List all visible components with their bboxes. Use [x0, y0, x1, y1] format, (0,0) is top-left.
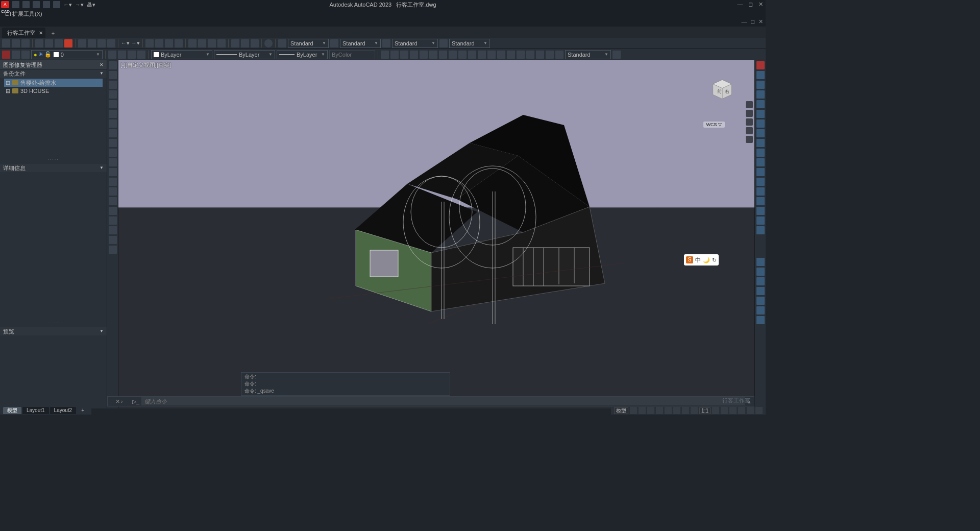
tab-layout1[interactable]: Layout1 — [22, 407, 49, 414]
layer5-icon[interactable] — [756, 297, 765, 305]
cycle-icon[interactable] — [721, 407, 728, 414]
gear-icon[interactable] — [712, 407, 719, 414]
polyline-icon[interactable] — [109, 81, 117, 89]
ellipse-icon[interactable] — [109, 149, 117, 157]
command-input[interactable] — [141, 397, 745, 405]
open-icon[interactable] — [12, 39, 20, 47]
color-combo[interactable]: ByLayer▼ — [151, 50, 212, 59]
save-icon[interactable] — [33, 1, 40, 8]
dim-aligned-icon[interactable] — [390, 51, 399, 59]
mlstyle-icon[interactable] — [439, 39, 448, 47]
erase-icon[interactable] — [756, 61, 765, 69]
dimstyle-mgr-icon[interactable] — [612, 51, 621, 59]
dimupdate-icon[interactable] — [555, 51, 564, 59]
dimtedit-icon[interactable] — [546, 51, 554, 59]
close-icon[interactable]: ✕ — [115, 398, 120, 405]
layer-match-icon[interactable] — [118, 51, 126, 59]
xline-icon[interactable] — [109, 71, 117, 79]
model-space-button[interactable]: 模型 — [614, 407, 628, 414]
spline-icon[interactable] — [109, 139, 117, 147]
stretch-icon[interactable] — [756, 139, 765, 147]
tablestyle-combo[interactable]: Standard▼ — [392, 39, 438, 48]
anno-icon[interactable] — [691, 407, 698, 414]
publish-icon[interactable] — [55, 39, 63, 47]
dcenter-icon[interactable] — [198, 39, 206, 47]
lineweight-combo[interactable]: ByLayer▼ — [277, 50, 328, 59]
tablestyle-icon[interactable] — [382, 39, 390, 47]
section-details[interactable]: 详细信息▼ — [0, 164, 107, 172]
dim-baseline-icon[interactable] — [458, 51, 467, 59]
linetype-combo[interactable]: ByLayer▼ — [214, 50, 275, 59]
dim-space-icon[interactable] — [478, 51, 486, 59]
rectangle-icon[interactable] — [109, 100, 117, 108]
preview-icon[interactable] — [45, 39, 53, 47]
otrack-icon[interactable] — [682, 407, 689, 414]
zoom-win-icon[interactable] — [165, 39, 173, 47]
undo-icon[interactable]: ←▾ — [121, 40, 130, 46]
layer7-icon[interactable] — [756, 316, 765, 324]
3dosnap-icon[interactable] — [673, 407, 680, 414]
make-current-icon[interactable] — [108, 51, 116, 59]
menu-et-tools[interactable]: ET扩展工具(X) — [3, 10, 44, 18]
tree-node-selected[interactable]: ⊞售楼处-给排水 — [4, 79, 103, 87]
textstyle-combo[interactable]: Standard▼ — [288, 39, 329, 48]
save-icon[interactable] — [21, 39, 30, 47]
polar-icon[interactable] — [656, 407, 663, 414]
maximize-button[interactable]: ◻ — [746, 1, 754, 8]
fillet-icon[interactable] — [756, 207, 765, 215]
dimstyle-combo[interactable]: Standard▼ — [340, 39, 381, 48]
grid-icon[interactable] — [630, 407, 637, 414]
ime-indicator[interactable]: S 中 🌙 ↻ — [684, 254, 719, 266]
help-icon[interactable] — [264, 39, 273, 47]
dim-diameter-icon[interactable] — [429, 51, 437, 59]
ime-sync-icon[interactable]: ↻ — [712, 257, 717, 263]
extend-icon[interactable] — [756, 158, 765, 166]
arc-icon[interactable] — [109, 110, 117, 118]
ime-mode-icon[interactable]: 🌙 — [703, 257, 710, 263]
zoom-rt-icon[interactable] — [155, 39, 163, 47]
dimstyle-combo2[interactable]: Standard▼ — [565, 50, 611, 59]
paste-icon[interactable] — [97, 39, 106, 47]
minimize-button[interactable]: — — [736, 1, 744, 8]
showhide-icon[interactable] — [746, 136, 753, 143]
sheetset-icon[interactable] — [217, 39, 226, 47]
layer2-icon[interactable] — [756, 268, 765, 276]
explode-icon[interactable] — [756, 226, 765, 234]
zoom-prev-icon[interactable] — [175, 39, 183, 47]
mlstyle-combo[interactable]: Standard▼ — [449, 39, 490, 48]
mirror-icon[interactable] — [756, 81, 765, 89]
tolerance-icon[interactable] — [497, 51, 505, 59]
osnap-icon[interactable] — [665, 407, 672, 414]
props-icon[interactable] — [188, 39, 197, 47]
print-icon[interactable] — [35, 39, 43, 47]
hardware-icon[interactable] — [738, 407, 745, 414]
mtext-icon[interactable] — [109, 236, 117, 244]
insert-icon[interactable] — [109, 168, 117, 176]
viewcube[interactable]: 前 右 — [709, 78, 735, 103]
doc-restore-button[interactable]: ◻ — [748, 18, 756, 27]
isolate-icon[interactable] — [729, 407, 737, 414]
ime-lang[interactable]: 中 — [695, 256, 701, 264]
ellipse-arc-icon[interactable] — [109, 158, 117, 166]
blocks-icon[interactable] — [251, 39, 259, 47]
drawing-viewport[interactable]: [-][自定义视图][真实] — [118, 60, 754, 408]
addselected-icon[interactable] — [109, 246, 117, 254]
redo-icon[interactable]: →▾ — [75, 2, 84, 8]
layer-states-icon[interactable] — [12, 51, 20, 59]
saveas-icon[interactable] — [43, 1, 50, 8]
dim-linear-icon[interactable] — [381, 51, 389, 59]
document-tab-active[interactable]: 行客工作室 ✕ — [2, 28, 45, 38]
layer-off-icon[interactable] — [137, 51, 145, 59]
dim-radius-icon[interactable] — [420, 51, 428, 59]
jogline-icon[interactable] — [526, 51, 534, 59]
tab-layout2[interactable]: Layout2 — [50, 407, 77, 414]
layer-iso-icon[interactable] — [21, 51, 30, 59]
layer1-icon[interactable] — [756, 258, 765, 266]
blend-icon[interactable] — [756, 216, 765, 225]
layer-combo[interactable]: ● ☀ 🔓 0▼ — [31, 50, 103, 59]
join-icon[interactable] — [756, 187, 765, 196]
doc-minimize-button[interactable]: — — [740, 18, 748, 27]
break2-icon[interactable] — [756, 178, 765, 186]
line-icon[interactable] — [109, 61, 117, 69]
copy-icon[interactable] — [756, 71, 765, 79]
